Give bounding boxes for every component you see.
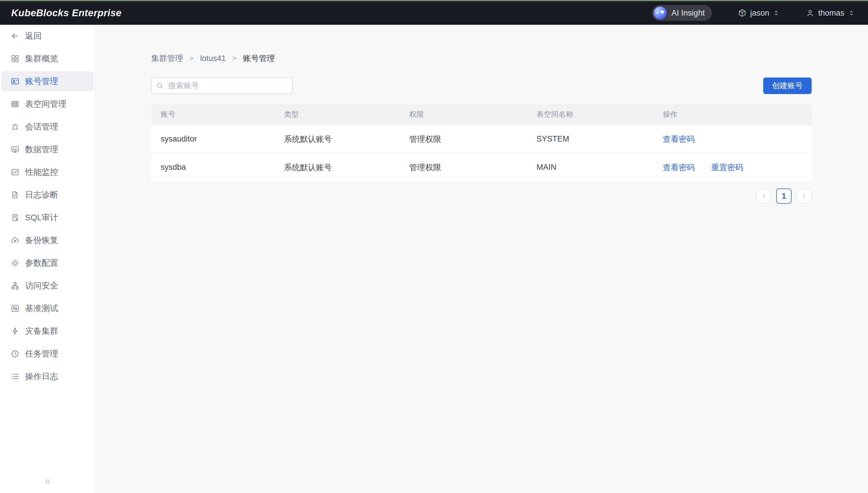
chevrons-up-down-icon (773, 9, 780, 17)
sidebar-item-label: SQL审计 (25, 212, 58, 223)
topbar-controls: ✦ ✦ AI Insight jason (652, 5, 855, 21)
cell-actions: 查看密码 (653, 134, 812, 145)
cube-icon (738, 8, 747, 17)
sidebar-collapse-button[interactable] (42, 476, 53, 487)
pagination-prev-button[interactable] (756, 188, 771, 204)
sidebar-item-sql-audit[interactable]: SQL审计 (1, 208, 94, 227)
search-icon (156, 82, 164, 90)
document-icon (11, 191, 19, 199)
cell-type: 系统默认账号 (275, 162, 400, 173)
table-row: sysauditor系统默认账号管理权限SYSTEM查看密码 (151, 125, 812, 153)
sidebar-item-label: 基准测试 (25, 303, 58, 314)
sidebar-item-label: 访问安全 (25, 280, 58, 291)
breadcrumb: 集群管理>lotus41>账号管理 (151, 53, 812, 64)
chevron-right-icon (800, 192, 808, 200)
sliders-icon (11, 304, 19, 313)
sidebar-back-label: 返回 (25, 30, 42, 42)
topbar: KubeBlocks Enterprise ✦ ✦ AI Insight jas… (0, 1, 868, 25)
sidebar-item-access-security[interactable]: 访问安全 (1, 276, 94, 296)
column-header: 类型 (275, 109, 400, 119)
sidebar-item-label: 日志诊断 (25, 189, 58, 200)
sidebar-item-log-diagnosis[interactable]: 日志诊断 (1, 185, 94, 205)
cell-tablespace: SYSTEM (527, 134, 653, 144)
cell-type: 系统默认账号 (275, 134, 400, 145)
sidebar-item-label: 性能监控 (25, 167, 58, 178)
sidebar-item-label: 操作日志 (25, 371, 58, 382)
gear-icon (11, 259, 19, 267)
sidebar-item-performance-monitoring[interactable]: 性能监控 (1, 162, 94, 182)
create-account-button[interactable]: 创建账号 (763, 78, 812, 94)
search-input[interactable] (151, 77, 293, 94)
sidebar-item-operation-log[interactable]: 操作日志 (1, 366, 94, 386)
sidebar-item-backup-restore[interactable]: 备份恢复 (1, 230, 94, 250)
svg-text:SQL: SQL (13, 147, 17, 150)
view-password-link[interactable]: 查看密码 (663, 162, 695, 173)
sidebar-item-label: 灾备集群 (25, 325, 58, 337)
sidebar: 返回 集群概览账号管理表空间管理会话管理SQL数据管理性能监控日志诊断SQL审计… (0, 25, 95, 493)
table-header-row: 账号类型权限表空间名称操作 (151, 103, 812, 125)
breadcrumb-item-0[interactable]: 集群管理 (151, 53, 183, 64)
column-header: 账号 (151, 109, 275, 119)
sidebar-item-label: 参数配置 (25, 257, 58, 269)
ai-insight-label: AI Insight (671, 8, 705, 18)
cloud-upload-icon (11, 236, 19, 245)
ai-insight-button[interactable]: ✦ ✦ AI Insight (652, 5, 712, 21)
column-header: 表空间名称 (527, 109, 653, 119)
chevron-left-icon (760, 192, 768, 200)
toolbar: 创建账号 (151, 77, 812, 94)
sidebar-item-dr-cluster[interactable]: 灾备集群 (1, 321, 94, 341)
sidebar-item-session-management[interactable]: 会话管理 (1, 117, 94, 136)
pagination-page-1[interactable]: 1 (776, 188, 791, 204)
cell-permission: 管理权限 (400, 134, 527, 145)
view-password-link[interactable]: 查看密码 (663, 134, 695, 145)
cell-tablespace: MAIN (527, 163, 653, 172)
sidebar-item-cluster-overview[interactable]: 集群概览 (1, 49, 94, 68)
sidebar-item-data-management[interactable]: SQL数据管理 (1, 140, 94, 159)
audit-doc-icon (11, 213, 19, 222)
sidebar-item-task-management[interactable]: 任务管理 (1, 344, 94, 364)
user-selector-value: thomas (818, 8, 844, 18)
lightning-icon (11, 327, 19, 336)
sidebar-item-label: 集群概览 (25, 53, 58, 64)
cell-account: sysauditor (151, 134, 275, 144)
sidebar-item-label: 任务管理 (25, 348, 58, 360)
user-icon (806, 8, 814, 17)
main-content: 集群管理>lotus41>账号管理 创建账号 账号类型权限表空间名称操作 sys… (95, 25, 868, 493)
reset-password-link[interactable]: 重置密码 (711, 162, 743, 173)
grid-icon (11, 54, 19, 63)
pagination-next-button[interactable] (796, 188, 812, 204)
cell-actions: 查看密码重置密码 (653, 162, 812, 173)
account-search (151, 77, 293, 94)
column-header: 权限 (400, 109, 527, 119)
sidebar-item-label: 备份恢复 (25, 235, 58, 246)
table-row: sysdba系统默认账号管理权限MAIN查看密码重置密码 (151, 153, 812, 181)
breadcrumb-item-2: 账号管理 (243, 53, 275, 64)
breadcrumb-separator: > (233, 54, 237, 63)
breadcrumb-item-1[interactable]: lotus41 (200, 54, 226, 63)
clock-icon (11, 349, 19, 358)
sidebar-item-benchmark-test[interactable]: 基准测试 (1, 298, 94, 318)
sitemap-icon (11, 281, 19, 290)
app-logo: KubeBlocks Enterprise (11, 7, 122, 19)
breadcrumb-separator: > (189, 54, 194, 63)
sidebar-item-tablespace-management[interactable]: 表空间管理 (1, 94, 94, 114)
chevrons-up-down-icon (848, 9, 855, 17)
sidebar-item-label: 数据管理 (25, 144, 58, 155)
pagination: 1 (151, 188, 812, 204)
chart-line-icon (11, 168, 19, 177)
user-selector[interactable]: thomas (806, 8, 855, 18)
cell-account: sysdba (151, 163, 275, 172)
cluster-selector-value: jason (750, 8, 769, 18)
cluster-selector[interactable]: jason (738, 8, 780, 18)
alarm-icon (11, 122, 19, 131)
accounts-table: 账号类型权限表空间名称操作 sysauditor系统默认账号管理权限SYSTEM… (151, 103, 812, 181)
cell-permission: 管理权限 (400, 162, 527, 173)
sidebar-item-parameter-config[interactable]: 参数配置 (1, 253, 94, 273)
sidebar-back-button[interactable]: 返回 (1, 26, 94, 46)
ai-sparkle-globe-icon: ✦ ✦ (654, 6, 667, 19)
column-header: 操作 (653, 109, 812, 119)
sidebar-item-label: 账号管理 (25, 76, 58, 87)
double-chevron-left-icon (42, 476, 53, 487)
sidebar-item-label: 会话管理 (25, 121, 58, 132)
sidebar-item-account-management[interactable]: 账号管理 (1, 71, 94, 91)
